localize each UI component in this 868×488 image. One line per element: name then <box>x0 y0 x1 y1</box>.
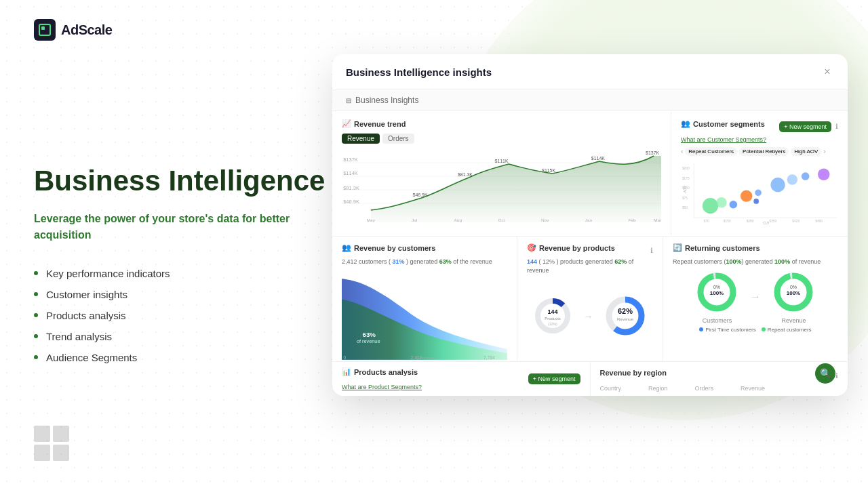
svg-point-41 <box>755 189 762 196</box>
new-segment-button-2[interactable]: + New segment <box>528 373 580 384</box>
svg-text:$280: $280 <box>747 220 754 223</box>
returning-title: 🔄 Returning customers <box>673 243 838 252</box>
products-donut-svg: 144 Products (12%) <box>532 296 573 336</box>
search-fab[interactable]: 🔍 <box>815 363 835 384</box>
svg-point-37 <box>703 198 718 214</box>
logo: AdScale <box>34 19 112 41</box>
svg-text:$137K: $137K <box>343 157 358 163</box>
chip-high-aov[interactable]: High AOV <box>791 147 821 156</box>
customer-segments-section: 👥 Customer segments + New segment ℹ What… <box>671 111 848 236</box>
svg-point-53 <box>538 301 568 331</box>
segment-title: 👥 Customer segments <box>681 119 765 128</box>
section-row-2: 👥 Revenue by customers 2,412 customers (… <box>332 237 848 362</box>
section-row-3: 📊 Products analysis What are Product Seg… <box>332 362 848 396</box>
modal-body: 📈 Revenue trend Revenue Orders <box>332 111 848 396</box>
tab-orders[interactable]: Orders <box>382 134 414 144</box>
logo-text: AdScale <box>61 22 112 38</box>
revenue-chart-svg: $137K $114K $81.3K $46.9K <box>342 149 661 224</box>
region-info-icon[interactable]: ℹ <box>835 372 838 380</box>
svg-text:63%: 63% <box>363 330 376 338</box>
returning-revenue-donut: 0% 100% Revenue <box>772 270 816 324</box>
svg-text:0%: 0% <box>790 285 797 289</box>
first-time-label: First Time customers <box>705 327 755 333</box>
svg-point-45 <box>802 172 810 180</box>
feature-label-1: Key performance indicators <box>46 268 170 279</box>
products-analysis-link[interactable]: What are Product Segments? <box>342 384 422 390</box>
tab-revenue[interactable]: Revenue <box>342 134 380 144</box>
products-donut: 144 Products (12%) <box>532 296 573 338</box>
svg-point-39 <box>730 201 738 209</box>
chip-potential[interactable]: Potential Rebyers <box>739 147 789 156</box>
grid-cell-2 <box>53 426 69 442</box>
bullet-2 <box>34 292 38 296</box>
hero-content: Business Intelligence Leverage the power… <box>34 165 332 363</box>
segments-link[interactable]: What are Customer Segments? <box>681 136 838 143</box>
svg-text:Jan: Jan <box>585 218 593 222</box>
repeat-pct: 100% <box>726 258 742 265</box>
repeat-rev-pct: 100% <box>774 258 790 265</box>
svg-text:$50: $50 <box>682 206 688 209</box>
bullet-5 <box>34 355 38 359</box>
first-time-dot <box>699 327 703 331</box>
svg-text:$46.9K: $46.9K <box>413 192 429 197</box>
svg-text:$75: $75 <box>682 197 688 200</box>
waterfall-svg: 63% of revenue 0 2,412 Customers 7,764 <box>342 270 507 361</box>
feature-item-2: Customer insights <box>34 289 332 300</box>
svg-text:Revenue: Revenue <box>617 317 634 321</box>
svg-text:Products: Products <box>545 317 561 321</box>
products-rev-pct: 62% <box>614 258 627 265</box>
products-analysis-section: 📊 Products analysis What are Product Seg… <box>332 362 591 396</box>
svg-text:Mar: Mar <box>654 218 661 222</box>
svg-text:Aug: Aug <box>454 218 462 222</box>
svg-point-38 <box>716 197 726 207</box>
svg-text:100%: 100% <box>710 290 724 296</box>
modal: Business Intelligence insights × ⊟ Busin… <box>332 54 848 396</box>
grid-cell-4 <box>53 445 69 461</box>
close-button[interactable]: × <box>821 65 834 79</box>
bubble-chart: AOV CLV $200 $175 $150 $75 $50 $70 $150 <box>681 160 838 228</box>
customers-donut-label: Customers <box>703 317 732 324</box>
feature-item-1: Key performance indicators <box>34 268 332 279</box>
svg-text:$490: $490 <box>815 220 823 223</box>
breadcrumb-label: Business Insights <box>355 96 418 105</box>
returning-stat: Repeat customers (100%) generated 100% o… <box>673 258 838 266</box>
feature-item-4: Trend analysis <box>34 331 332 342</box>
svg-text:(12%): (12%) <box>548 322 557 326</box>
chevron-left-icon[interactable]: ‹ <box>681 148 683 155</box>
returning-donuts-row: 0% 100% Customers → 0% <box>673 270 838 324</box>
revenue-customers-section: 👥 Revenue by customers 2,412 customers (… <box>332 237 517 361</box>
bullet-1 <box>34 271 38 275</box>
svg-text:Nov: Nov <box>541 218 549 222</box>
svg-text:7,764: 7,764 <box>484 354 495 359</box>
left-panel: AdScale Business Intelligence Leverage t… <box>34 0 332 488</box>
svg-text:0: 0 <box>343 354 346 359</box>
svg-text:$420: $420 <box>792 220 800 223</box>
products-info-icon[interactable]: ℹ <box>650 247 653 254</box>
svg-point-46 <box>818 169 829 180</box>
repeat-dot <box>762 327 766 331</box>
svg-text:$150: $150 <box>724 220 731 223</box>
svg-text:144: 144 <box>547 308 557 315</box>
svg-text:of revenue: of revenue <box>357 338 380 344</box>
rev-customers-title: 👥 Revenue by customers <box>342 243 507 252</box>
info-icon[interactable]: ℹ <box>835 123 838 130</box>
returning-customers-donut: 0% 100% Customers <box>695 270 739 324</box>
logo-icon-inner <box>39 24 51 36</box>
svg-text:Customers: Customers <box>416 354 436 359</box>
svg-text:$70: $70 <box>704 220 709 223</box>
customers-waterfall-chart: 63% of revenue 0 2,412 Customers 7,764 <box>342 270 507 352</box>
col-orders: Orders <box>695 385 714 392</box>
chip-repeat[interactable]: Repeat Customers <box>685 147 737 156</box>
revenue-donut-svg: 62% Revenue <box>604 294 648 338</box>
chevron-right-icon[interactable]: › <box>823 148 825 155</box>
segment-icon: 👥 <box>681 119 690 128</box>
features-list: Key performance indicators Customer insi… <box>34 268 332 363</box>
modal-container: Business Intelligence insights × ⊟ Busin… <box>312 54 868 396</box>
bubble-chart-svg: AOV CLV $200 $175 $150 $75 $50 $70 $150 <box>681 160 838 226</box>
svg-text:$114K: $114K <box>343 170 358 176</box>
revenue-donut: 62% Revenue <box>604 294 648 340</box>
new-segment-button[interactable]: + New segment <box>779 121 831 132</box>
subtitle-prefix: Leverage the power of your store's data … <box>34 213 260 224</box>
svg-text:$350: $350 <box>769 220 776 223</box>
products-stat: 144 ( 12% ) products generated 62% of re… <box>527 258 653 274</box>
